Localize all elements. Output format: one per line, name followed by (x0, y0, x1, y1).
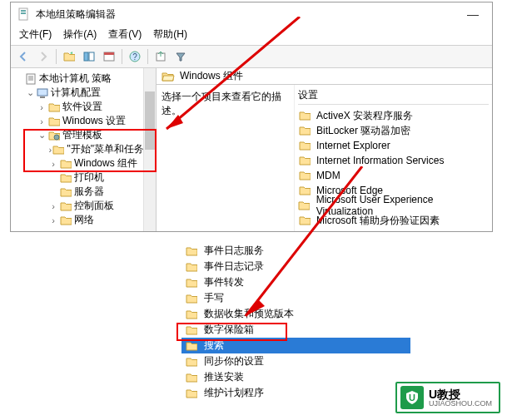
list-item[interactable]: MDM (298, 168, 489, 183)
tree-pane: ▸本地计算机 策略 ⌄计算机配置 ›软件设置 ›Windows 设置 ⌄管理模板… (11, 68, 157, 231)
titlebar: 本地组策略编辑器 — (11, 2, 492, 26)
list-item[interactable]: 事件日志记录 (181, 259, 410, 274)
list-item[interactable]: 数据收集和预览版本 (181, 306, 410, 322)
folder-icon (185, 388, 197, 399)
svg-rect-10 (104, 52, 114, 55)
watermark: U U教授 UJIAOSHOU.COM (395, 382, 500, 413)
description-column: 选择一个项目来查看它的描述。 (157, 85, 294, 231)
list-item[interactable]: Internet Explorer (298, 138, 489, 153)
app-icon (17, 7, 31, 21)
svg-rect-5 (21, 10, 26, 12)
help-button[interactable]: ? (126, 47, 144, 66)
svg-text:?: ? (132, 52, 137, 62)
folder-icon (298, 125, 311, 136)
folder-open-icon (162, 71, 175, 82)
forward-button[interactable] (34, 47, 52, 66)
tree-printers[interactable]: ▸打印机 (12, 170, 154, 185)
up-button[interactable] (60, 47, 78, 66)
tree-control-panel[interactable]: ›控制面板 (12, 199, 154, 213)
tree-start-menu[interactable]: ›"开始"菜单和任务栏 (12, 142, 154, 156)
list-item[interactable]: 事件转发 (181, 274, 410, 290)
watermark-title: U教授 (429, 388, 492, 400)
folder-icon (59, 158, 72, 170)
folder-icon (185, 309, 197, 320)
folder-icon (185, 340, 197, 352)
menu-view[interactable]: 查看(V) (108, 27, 142, 42)
tree-computer-config[interactable]: ⌄计算机配置 (12, 86, 154, 100)
show-hide-tree-button[interactable] (80, 47, 98, 66)
settings-list: 设置 ActiveX 安装程序服务 BitLocker 驱动器加密 Intern… (294, 85, 492, 231)
folder-icon (185, 324, 197, 336)
gear-folder-icon (47, 130, 60, 141)
minimize-button[interactable]: — (460, 7, 485, 21)
toolbar: ? (11, 45, 492, 68)
menubar: 文件(F) 操作(A) 查看(V) 帮助(H) (11, 26, 492, 45)
tree-server[interactable]: ▸服务器 (12, 185, 154, 199)
components-sublist: 事件日志服务 事件日志记录 事件转发 手写 数据收集和预览版本 数字保险箱 搜索… (181, 243, 410, 401)
list-item[interactable]: Microsoft User Experience Virtualization (298, 198, 489, 213)
folder-icon (185, 261, 197, 273)
list-item[interactable]: 维护计划程序 (181, 385, 410, 401)
folder-icon (298, 110, 311, 121)
folder-icon (298, 200, 311, 211)
tree-network[interactable]: ›网络 (12, 213, 154, 227)
menu-file[interactable]: 文件(F) (19, 27, 52, 42)
watermark-shield-icon: U (400, 386, 424, 409)
folder-icon (185, 277, 197, 289)
folder-icon (47, 116, 60, 127)
list-item[interactable]: 数字保险箱 (181, 322, 410, 338)
content-pane: ▸本地计算机 策略 ⌄计算机配置 ›软件设置 ›Windows 设置 ⌄管理模板… (11, 68, 492, 231)
list-item[interactable]: ActiveX 安装程序服务 (298, 108, 489, 123)
folder-icon (185, 293, 197, 304)
right-header: Windows 组件 (157, 68, 492, 85)
filter-button[interactable] (171, 47, 190, 66)
tree-windows-components[interactable]: ›Windows 组件 (12, 156, 154, 170)
watermark-url: UJIAOSHOU.COM (429, 400, 492, 408)
list-item[interactable]: 手写 (181, 290, 410, 306)
list-item[interactable]: BitLocker 驱动器加密 (298, 123, 489, 138)
properties-button[interactable] (100, 47, 118, 66)
export-button[interactable] (152, 47, 170, 66)
folder-icon (298, 170, 311, 181)
svg-rect-8 (89, 52, 94, 61)
folder-icon (185, 245, 197, 257)
menu-action[interactable]: 操作(A) (63, 27, 97, 42)
folder-icon (185, 372, 197, 383)
folder-icon (47, 101, 60, 113)
list-item[interactable]: 推送安装 (181, 369, 410, 385)
folder-icon (59, 215, 72, 226)
description-text: 选择一个项目来查看它的描述。 (162, 90, 289, 118)
folder-icon (298, 185, 311, 196)
window-title: 本地组策略编辑器 (36, 7, 460, 22)
list-item[interactable]: Internet Information Services (298, 153, 489, 168)
doc-icon (24, 73, 37, 85)
right-header-title: Windows 组件 (180, 69, 243, 83)
svg-text:U: U (409, 393, 415, 403)
tree-root[interactable]: ▸本地计算机 策略 (12, 72, 154, 86)
list-item-selected[interactable]: 搜索 (181, 338, 410, 353)
settings-header: 设置 (298, 88, 489, 105)
back-button[interactable] (14, 47, 32, 66)
svg-rect-7 (84, 52, 88, 61)
folder-icon (59, 200, 72, 212)
folder-icon (298, 140, 311, 151)
folder-icon (59, 186, 72, 198)
svg-rect-6 (21, 12, 26, 14)
tree-admin-templates[interactable]: ⌄管理模板 (12, 128, 154, 142)
pc-icon (36, 87, 48, 99)
folder-icon (298, 155, 311, 166)
folder-icon (298, 215, 311, 226)
list-item[interactable]: 事件日志服务 (181, 243, 410, 259)
folder-icon (59, 172, 72, 184)
right-pane: Windows 组件 选择一个项目来查看它的描述。 设置 ActiveX 安装程… (157, 68, 492, 231)
tree-software-settings[interactable]: ›软件设置 (12, 100, 154, 114)
folder-icon (185, 356, 197, 368)
folder-icon (52, 144, 64, 156)
list-item[interactable]: 同步你的设置 (181, 353, 410, 369)
tree-windows-settings[interactable]: ›Windows 设置 (12, 114, 154, 128)
tree-scrollbar[interactable] (143, 68, 156, 231)
menu-help[interactable]: 帮助(H) (153, 27, 187, 42)
gpedit-window: 本地组策略编辑器 — 文件(F) 操作(A) 查看(V) 帮助(H) ? ▸本地… (10, 2, 493, 232)
